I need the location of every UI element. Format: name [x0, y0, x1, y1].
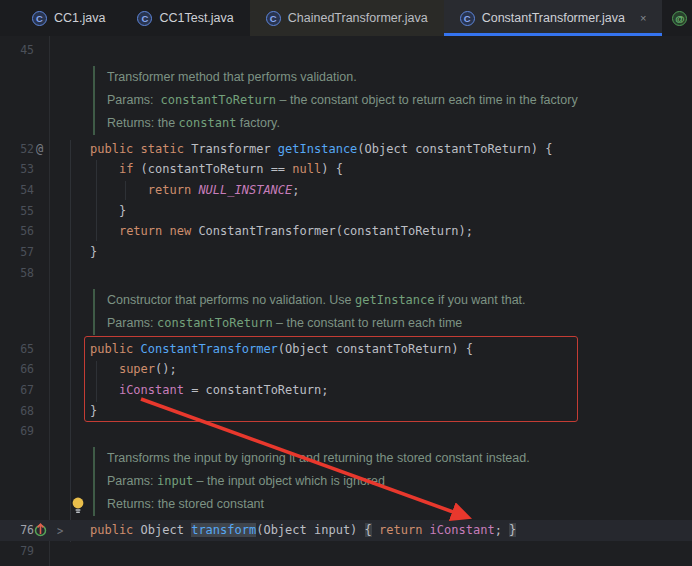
line-number[interactable]: 58	[0, 263, 34, 284]
code-line-66[interactable]: 66 super();	[0, 359, 692, 380]
line-number[interactable]: 57	[0, 242, 34, 263]
gutter[interactable]: 58	[0, 263, 88, 284]
doc-comment-text[interactable]: Returns: the stored constant	[93, 493, 264, 516]
doc-comment-text[interactable]: Returns: the constant factory.	[93, 112, 280, 135]
doc-line[interactable]: Returns: the constant factory.	[0, 112, 692, 135]
code-line-52[interactable]: 52@public static Transformer getInstance…	[0, 139, 692, 160]
line-number[interactable]: 52	[0, 139, 34, 160]
gutter[interactable]: 54	[0, 180, 88, 201]
code-text[interactable]: public Object transform(Object input) { …	[88, 520, 516, 541]
doc-line[interactable]: Constructor that performs no validation.…	[0, 289, 692, 312]
code-line-76[interactable]: 76>public Object transform(Object input)…	[0, 520, 692, 541]
gutter[interactable]	[0, 289, 88, 312]
line-number[interactable]: 54	[0, 180, 34, 201]
close-icon[interactable]: ×	[640, 13, 646, 24]
line-number[interactable]: 66	[0, 359, 34, 380]
code-text[interactable]	[88, 40, 90, 61]
gutter[interactable]: 45	[0, 40, 88, 61]
gutter[interactable]	[0, 447, 88, 470]
gutter[interactable]: 65	[0, 339, 88, 360]
fold-chevron-icon[interactable]: >	[57, 517, 63, 543]
gutter[interactable]	[0, 470, 88, 493]
tab-label: CC1.java	[54, 11, 105, 25]
code-text[interactable]: return new ConstantTransformer(constantT…	[88, 221, 473, 242]
code-line-57[interactable]: 57}	[0, 242, 692, 263]
doc-line[interactable]: Transformer method that performs validat…	[0, 66, 692, 89]
gutter[interactable]: 56	[0, 221, 88, 242]
intention-lightbulb-icon[interactable]	[71, 496, 85, 514]
code-text[interactable]: public static Transformer getInstance(Ob…	[88, 139, 552, 160]
code-text[interactable]	[88, 421, 90, 442]
code-text[interactable]: }	[88, 401, 97, 422]
gutter[interactable]: 66	[0, 359, 88, 380]
doc-line[interactable]: Params: constantToReturn – the constant …	[0, 312, 692, 335]
line-number[interactable]: 67	[0, 380, 34, 401]
line-number[interactable]: 65	[0, 339, 34, 360]
gutter[interactable]	[0, 89, 88, 112]
code-line-45[interactable]: 45	[0, 40, 692, 61]
doc-line[interactable]: Transforms the input by ignoring it and …	[0, 447, 692, 470]
line-number[interactable]: 55	[0, 201, 34, 222]
tab-partial[interactable]: @	[662, 0, 692, 36]
tab-ChainedTransformer.java[interactable]: CChainedTransformer.java	[250, 0, 444, 36]
doc-line[interactable]: Params: constantToReturn – the constant …	[0, 89, 692, 112]
gutter[interactable]: 67	[0, 380, 88, 401]
gutter[interactable]: 69	[0, 421, 88, 442]
code-block: 52@public static Transformer getInstance…	[0, 139, 692, 284]
code-line-53[interactable]: 53 if (constantToReturn == null) {	[0, 159, 692, 180]
tab-label: ChainedTransformer.java	[288, 11, 428, 25]
line-number[interactable]: 53	[0, 159, 34, 180]
code-line-67[interactable]: 67 iConstant = constantToReturn;	[0, 380, 692, 401]
line-number[interactable]: 45	[0, 40, 34, 61]
code-line-69[interactable]: 69	[0, 421, 692, 442]
highlighted-method-name: transform	[191, 523, 256, 537]
gutter[interactable]: 53	[0, 159, 88, 180]
code-text[interactable]	[88, 541, 90, 562]
gutter[interactable]: 76>	[0, 520, 88, 541]
doc-comment-text[interactable]: Params: constantToReturn – the constant …	[93, 89, 578, 112]
code-text[interactable]: public ConstantTransformer(Object consta…	[88, 339, 473, 360]
gutter[interactable]	[0, 312, 88, 335]
implements-method-icon[interactable]	[34, 523, 47, 537]
gutter[interactable]	[0, 66, 88, 89]
code-text[interactable]: super();	[88, 359, 177, 380]
doc-comment-text[interactable]: Transforms the input by ignoring it and …	[93, 447, 530, 470]
code-text[interactable]: iConstant = constantToReturn;	[88, 380, 328, 401]
gutter[interactable]: 55	[0, 201, 88, 222]
gutter[interactable]: 68	[0, 401, 88, 422]
code-text[interactable]: }	[88, 201, 126, 222]
line-number[interactable]: 69	[0, 421, 34, 442]
code-line-54[interactable]: 54 return NULL_INSTANCE;	[0, 180, 692, 201]
java-class-icon: C	[32, 11, 47, 26]
code-line-56[interactable]: 56 return new ConstantTransformer(consta…	[0, 221, 692, 242]
line-number[interactable]: 79	[0, 541, 34, 562]
gutter[interactable]: 52@	[0, 139, 88, 160]
line-number[interactable]: 56	[0, 221, 34, 242]
java-class-icon: C	[137, 11, 152, 26]
doc-line[interactable]: Returns: the stored constant	[0, 493, 692, 516]
code-line-79[interactable]: 79	[0, 541, 692, 562]
tab-CC1.java[interactable]: CCC1.java	[16, 0, 121, 36]
doc-comment-text[interactable]: Constructor that performs no validation.…	[93, 289, 526, 312]
gutter[interactable]: 57	[0, 242, 88, 263]
doc-comment-text[interactable]: Transformer method that performs validat…	[93, 66, 357, 89]
at-icon[interactable]: @	[36, 139, 43, 160]
code-line-65[interactable]: 65public ConstantTransformer(Object cons…	[0, 339, 692, 360]
code-line-68[interactable]: 68}	[0, 401, 692, 422]
doc-comment-text[interactable]: Params: constantToReturn – the constant …	[93, 312, 462, 335]
doc-block: Transformer method that performs validat…	[0, 66, 692, 135]
gutter[interactable]: 79	[0, 541, 88, 562]
gutter[interactable]	[0, 112, 88, 135]
code-text[interactable]	[88, 263, 90, 284]
code-line-58[interactable]: 58	[0, 263, 692, 284]
code-text[interactable]: }	[88, 242, 97, 263]
tab-CC1Test.java[interactable]: CCC1Test.java	[121, 0, 249, 36]
code-line-55[interactable]: 55 }	[0, 201, 692, 222]
doc-line[interactable]: Params: input – the input object which i…	[0, 470, 692, 493]
code-text[interactable]: if (constantToReturn == null) {	[88, 159, 343, 180]
code-text[interactable]: return NULL_INSTANCE;	[88, 180, 300, 201]
line-number[interactable]: 76	[0, 520, 34, 541]
tab-ConstantTransformer.java[interactable]: CConstantTransformer.java×	[444, 0, 663, 36]
doc-comment-text[interactable]: Params: input – the input object which i…	[93, 470, 385, 493]
line-number[interactable]: 68	[0, 401, 34, 422]
